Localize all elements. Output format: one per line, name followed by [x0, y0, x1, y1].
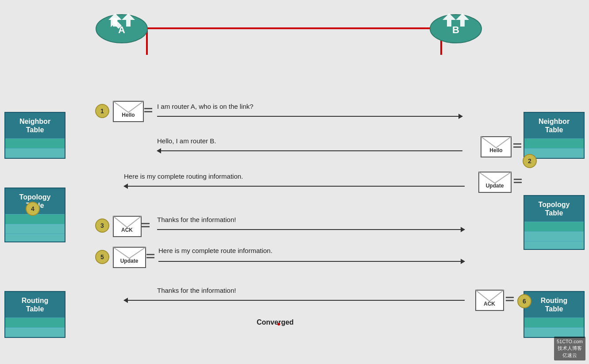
step2b-arrow — [124, 186, 465, 187]
converged-dot — [277, 323, 280, 326]
step-6-circle: 6 — [517, 294, 531, 308]
right-neighbor-table: Neighbor Table — [524, 112, 585, 159]
step3-envelope-lines — [142, 223, 150, 227]
left-topology-row3 — [5, 234, 65, 241]
left-routing-row2 — [5, 327, 65, 337]
step1-envelope-lines — [144, 108, 152, 112]
right-neighbor-title: Neighbor Table — [524, 113, 584, 138]
svg-text:ACK: ACK — [121, 227, 133, 233]
left-neighbor-row2 — [5, 148, 65, 158]
right-topology-table: Topology Table — [524, 195, 585, 250]
svg-text:Update: Update — [120, 258, 139, 264]
router-b: B — [429, 4, 482, 46]
step2-arrow — [157, 150, 462, 151]
step5-text: Here is my complete route information. — [158, 247, 273, 254]
watermark: 51CTO.com技术人博客亿速云 — [554, 337, 585, 360]
step5-envelope: Update — [113, 247, 146, 270]
svg-text:B: B — [452, 24, 459, 35]
step2-text: Hello, I am router B. — [157, 137, 216, 145]
svg-text:Update: Update — [486, 183, 504, 189]
step-4-circle: 4 — [26, 202, 40, 216]
right-routing-row2 — [524, 327, 584, 337]
left-routing-table: Routing Table — [4, 291, 65, 338]
left-neighbor-table: Neighbor Table — [4, 112, 65, 159]
right-routing-row1 — [524, 318, 584, 327]
left-routing-row1 — [5, 318, 65, 327]
right-topology-row3 — [524, 241, 584, 249]
step6-envelope: ACK — [475, 290, 504, 313]
right-topology-title: Topology Table — [524, 196, 584, 222]
left-neighbor-title: Neighbor Table — [5, 113, 65, 138]
left-routing-title: Routing Table — [5, 292, 65, 318]
left-topology-row1 — [5, 214, 65, 224]
step2b-envelope-lines — [514, 179, 522, 183]
step3-text: Thanks for the information! — [157, 216, 236, 223]
left-neighbor-row1 — [5, 138, 65, 148]
converged-text: Converged — [257, 318, 294, 326]
right-routing-title: Routing Table — [524, 292, 584, 318]
svg-text:A: A — [118, 24, 125, 35]
step5-arrow — [158, 261, 465, 262]
router-a: A — [95, 4, 148, 46]
step1-envelope: Hello — [113, 101, 144, 124]
svg-text:Hello: Hello — [122, 112, 135, 118]
svg-text:Hello: Hello — [489, 147, 502, 153]
step2-envelope: Hello — [481, 136, 512, 159]
right-routing-table: Routing Table — [524, 291, 585, 338]
step5-envelope-lines — [146, 254, 154, 258]
step-2-circle: 2 — [523, 154, 537, 168]
step3-envelope: ACK — [113, 216, 142, 239]
cable-horizontal — [146, 27, 447, 29]
step2b-envelope: Update — [478, 172, 512, 195]
main-diagram: A B Neighbor Table Topology Table Routin… — [0, 0, 589, 364]
step6-text: Thanks for the information! — [157, 287, 236, 294]
left-topology-row2 — [5, 224, 65, 234]
step3-arrow — [157, 229, 465, 230]
step-5-circle: 5 — [95, 250, 109, 264]
step-3-circle: 3 — [95, 218, 109, 233]
right-topology-row2 — [524, 231, 584, 241]
step2-envelope-lines — [513, 143, 521, 148]
svg-text:ACK: ACK — [484, 301, 495, 307]
right-neighbor-row1 — [524, 138, 584, 148]
step6-arrow — [124, 300, 465, 301]
step-1-circle: 1 — [95, 104, 109, 118]
step6-envelope-lines — [506, 297, 514, 301]
step2b-text: Here is my complete routing information. — [124, 172, 243, 180]
right-topology-row1 — [524, 222, 584, 231]
step1-text: I am router A, who is on the link? — [157, 103, 254, 110]
step1-arrow — [157, 116, 462, 117]
